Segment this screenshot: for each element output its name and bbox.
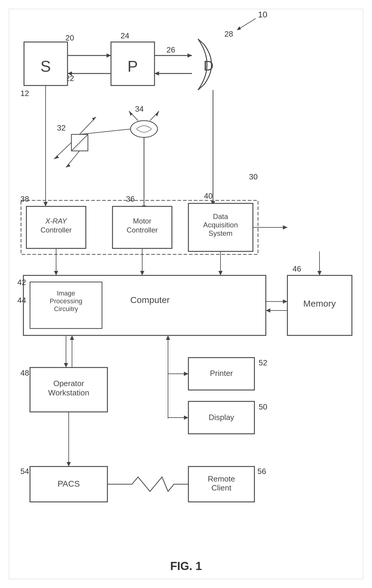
- label-das-1: Data: [213, 212, 228, 220]
- label-remote-2: Client: [212, 483, 232, 492]
- label-img-2: Processing: [50, 297, 82, 305]
- label-s: S: [40, 58, 51, 75]
- ref-42: 42: [17, 278, 26, 287]
- label-printer: Printer: [210, 369, 233, 378]
- label-pacs: PACS: [58, 479, 80, 488]
- label-operator-1: Operator: [53, 379, 84, 388]
- label-computer: Computer: [130, 295, 170, 305]
- ref-34: 34: [135, 104, 144, 113]
- label-p: P: [128, 58, 138, 75]
- label-memory: Memory: [303, 298, 336, 308]
- ref-56: 56: [257, 467, 266, 476]
- ref-52: 52: [259, 358, 267, 367]
- ref-28: 28: [224, 29, 233, 38]
- label-operator-2: Workstation: [48, 388, 89, 397]
- label-motor-1: Motor: [133, 217, 151, 225]
- ref-12: 12: [20, 89, 29, 98]
- ref-38: 38: [20, 194, 29, 203]
- label-d: D: [203, 58, 213, 74]
- ref-20: 20: [65, 33, 74, 42]
- label-motor-2: Controller: [127, 226, 158, 234]
- ref-46: 46: [292, 264, 301, 273]
- ref-50: 50: [259, 402, 267, 411]
- ref-36: 36: [126, 194, 135, 203]
- label-xray-1: X-RAY: [45, 217, 68, 225]
- label-img-3: Circuitry: [54, 305, 78, 313]
- label-xray-2: Controller: [40, 226, 72, 234]
- ref-26: 26: [166, 45, 175, 54]
- label-das-2: Acquisition: [203, 221, 238, 229]
- ref-32: 32: [57, 123, 66, 132]
- ref-40: 40: [204, 191, 213, 200]
- fig-label: FIG. 1: [170, 560, 202, 572]
- ref-24: 24: [121, 31, 129, 40]
- ref-30: 30: [249, 172, 258, 181]
- ref-10: 10: [258, 10, 267, 19]
- label-remote-1: Remote: [208, 474, 235, 483]
- ref-54: 54: [20, 467, 29, 476]
- label-das-3: System: [208, 229, 232, 237]
- label-img-1: Image: [57, 290, 75, 297]
- lens: [130, 121, 158, 137]
- ref-44: 44: [17, 296, 26, 305]
- ref-48: 48: [20, 368, 29, 377]
- label-display: Display: [208, 413, 234, 422]
- diagram-container: 10 20 22 12 S 24 P 26 28 D 32: [0, 0, 372, 588]
